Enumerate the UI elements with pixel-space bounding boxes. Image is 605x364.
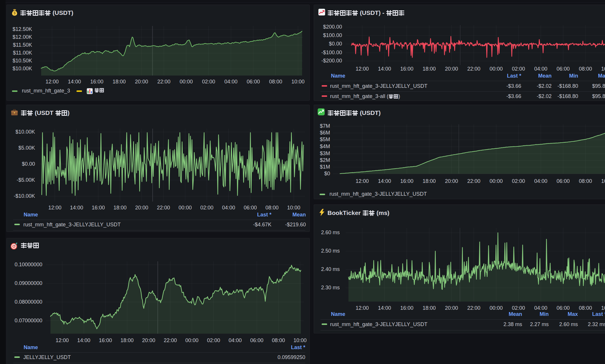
svg-text:$: $	[14, 11, 16, 15]
